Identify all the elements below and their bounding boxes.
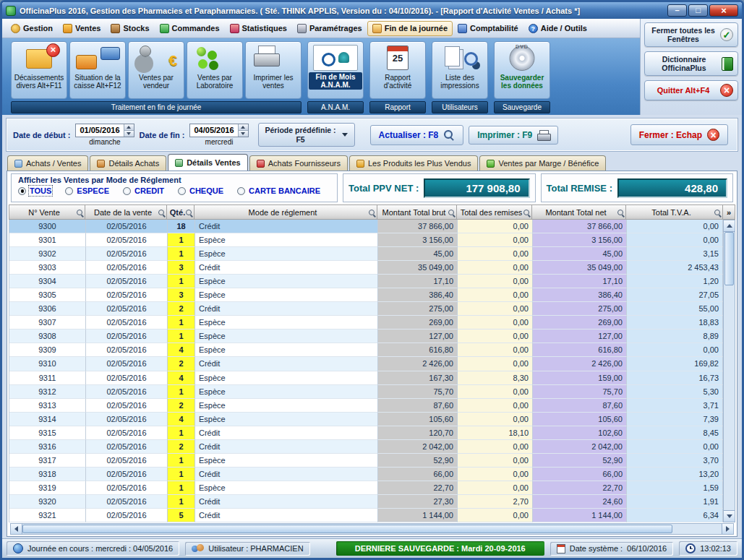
vertical-scrollbar[interactable] <box>723 220 735 522</box>
table-row[interactable]: 930102/05/20161Espèce3 156,000,003 156,0… <box>9 233 723 247</box>
quitter-button[interactable]: Quitter Alt+F4 <box>644 80 738 100</box>
fermer-toutes-les-fenetres-button[interactable]: Fermer toutes les Fenêtres <box>644 22 738 47</box>
date-end-input[interactable]: 04/05/2016 <box>189 124 248 137</box>
radio-option-tous[interactable]: TOUS <box>18 186 51 195</box>
table-row[interactable]: 931802/05/20161Crédit66,000,0066,0013,20 <box>9 468 723 481</box>
minimize-button[interactable] <box>667 4 687 17</box>
table-row[interactable]: 930202/05/20161Espèce45,000,0045,003,15 <box>9 247 723 261</box>
column-search-icon[interactable] <box>714 210 720 215</box>
table-row[interactable]: 932102/05/20165Crédit1 144,000,001 144,0… <box>9 509 723 522</box>
spinner-up-icon[interactable] <box>239 124 248 131</box>
menu-item-fin-de-la-journee[interactable]: Fin de la journée <box>367 21 453 36</box>
table-row[interactable]: 931402/05/20164Espèce105,600,00105,607,3… <box>9 413 723 426</box>
table-row[interactable]: 931002/05/20162Crédit2 426,000,002 426,0… <box>9 357 723 371</box>
toolbar-button-liste-des-impressions[interactable]: Liste des impressions <box>432 41 488 99</box>
column-search-icon[interactable] <box>158 210 164 215</box>
menu-item-stocks[interactable]: Stocks <box>106 21 154 36</box>
maximize-button[interactable] <box>688 4 708 17</box>
column-header-3[interactable]: Mode de réglement <box>194 204 377 220</box>
column-search-icon[interactable] <box>448 210 454 215</box>
tab-achats-ventes[interactable]: Achats / Ventes <box>7 155 88 171</box>
menu-item-aide-outils[interactable]: Aide / Outils <box>523 21 592 36</box>
table-row[interactable]: 932002/05/20161Crédit27,302,7024,601,91 <box>9 495 723 509</box>
table-row[interactable]: 931302/05/20162Espèce87,600,0087,603,71 <box>9 399 723 413</box>
menu-item-statistiques[interactable]: Statistiques <box>225 21 292 36</box>
menu-item-parametrages[interactable]: Paramétrages <box>292 21 367 36</box>
tab-details-ventes[interactable]: Détails Ventes <box>168 154 248 171</box>
column-search-icon[interactable] <box>523 210 529 215</box>
table-row[interactable]: 930302/05/20163Crédit35 049,000,0035 049… <box>9 261 723 275</box>
close-report-button[interactable]: Fermer : Echap <box>630 124 728 145</box>
predefined-period-select[interactable]: Période prédéfinie : F5 <box>258 123 355 147</box>
table-row[interactable]: 931202/05/20161Espèce75,700,0075,705,30 <box>9 385 723 399</box>
date-start-input[interactable]: 01/05/2016 <box>75 124 134 137</box>
cell: Crédit <box>195 468 378 481</box>
close-button[interactable] <box>709 4 738 17</box>
vertical-scroll-thumb[interactable] <box>724 232 734 285</box>
table-row[interactable]: 931602/05/20162Crédit2 042,000,002 042,0… <box>9 440 723 454</box>
tab-achats-fournisseurs[interactable]: Achats Fournisseurs <box>249 155 348 171</box>
toolbar-button-imprimer-les-ventes[interactable]: Imprimer les ventes <box>245 41 302 99</box>
cell: 02/05/2016 <box>86 399 168 413</box>
radio-option-cheque[interactable]: CHEQUE <box>178 186 223 195</box>
table-row[interactable]: 930002/05/201618Crédit37 866,000,0037 86… <box>9 220 723 233</box>
column-search-icon[interactable] <box>617 210 623 215</box>
horizontal-scrollbar[interactable] <box>10 523 734 535</box>
refresh-button[interactable]: Actualiser : F8 <box>370 125 464 145</box>
toolbar-button-decaissements-divers[interactable]: Décaissements divers Alt+F11 <box>11 41 67 99</box>
table-row[interactable]: 930702/05/20161Espèce269,000,00269,0018,… <box>9 316 723 329</box>
table-row[interactable]: 930502/05/20163Espèce386,400,00386,4027,… <box>9 288 723 302</box>
scroll-up-button[interactable] <box>724 220 735 232</box>
globe-icon <box>13 543 23 553</box>
column-header-1[interactable]: Date de la vente <box>85 204 167 220</box>
radio-icon <box>237 187 245 195</box>
spinner-up-icon[interactable] <box>124 124 134 131</box>
horizontal-scroll-thumb[interactable] <box>22 525 672 533</box>
table-row[interactable]: 931102/05/20164Espèce167,308,30159,0016,… <box>9 371 723 385</box>
tab-produits-plus-vendus[interactable]: Les Produits les Plus Vendus <box>349 155 478 171</box>
vertical-scroll-track[interactable] <box>724 232 735 510</box>
toolbar-button-sauvegarder-les-donnees[interactable]: Sauvegarder les données <box>494 41 550 99</box>
tab-ventes-marge-benefice[interactable]: Ventes par Marge / Bénéfice <box>479 155 606 171</box>
menu-item-comptabilite[interactable]: Comptabilité <box>453 21 523 36</box>
column-header-6[interactable]: Montant Total net <box>532 204 626 220</box>
table-row[interactable]: 931902/05/20161Espèce22,700,0022,701,59 <box>9 481 723 495</box>
radio-option-carte-bancaire[interactable]: CARTE BANCAIRE <box>237 186 320 195</box>
radio-option-credit[interactable]: CREDIT <box>123 186 164 195</box>
spinner-down-icon[interactable] <box>124 131 134 137</box>
scroll-left-button[interactable] <box>11 524 22 534</box>
table-row[interactable]: 930402/05/20161Espèce17,100,0017,101,20 <box>9 275 723 288</box>
column-header-2[interactable]: Qté. <box>167 204 194 220</box>
toolbar-button-rapport-activite[interactable]: Rapport d'activité <box>369 41 426 99</box>
scroll-down-button[interactable] <box>724 510 735 522</box>
tab-details-achats[interactable]: Détails Achats <box>90 155 166 171</box>
toolbar-button-situation-caisse[interactable]: Situation de la caisse Alt+F12 <box>69 41 126 99</box>
table-row[interactable]: 930602/05/20162Crédit275,000,00275,0055,… <box>9 302 723 316</box>
table-row[interactable]: 931702/05/20161Espèce52,900,0052,903,70 <box>9 454 723 468</box>
menu-item-commandes[interactable]: Commandes <box>155 21 225 36</box>
column-search-icon[interactable] <box>77 210 82 215</box>
toolbar-button-fin-de-mois-anam[interactable]: Fin de Mois A.N.A.M. <box>307 41 364 99</box>
cell: 5 <box>168 509 195 522</box>
horizontal-scroll-track[interactable] <box>22 524 722 534</box>
toolbar-button-ventes-par-vendeur[interactable]: Ventes par vendeur <box>128 41 184 99</box>
column-search-icon[interactable] <box>186 210 192 215</box>
app-icon <box>6 6 16 16</box>
menu-item-ventes[interactable]: Ventes <box>58 21 106 36</box>
column-header-4[interactable]: Montant Total brut <box>377 204 457 220</box>
table-row[interactable]: 931502/05/20161Crédit120,7018,10102,608,… <box>9 426 723 440</box>
spinner-down-icon[interactable] <box>239 131 248 137</box>
column-search-icon[interactable] <box>369 210 375 215</box>
columns-overflow-indicator[interactable]: » <box>723 204 735 220</box>
table-row[interactable]: 930902/05/20164Espèce616,800,00616,800,0… <box>9 343 723 357</box>
column-header-7[interactable]: Total T.V.A. <box>626 204 723 220</box>
scroll-right-button[interactable] <box>722 524 733 534</box>
menu-item-gestion[interactable]: Gestion <box>6 21 58 36</box>
table-row[interactable]: 930802/05/20161Espèce127,000,00127,008,8… <box>9 329 723 343</box>
dictionnaire-officinaplus-button[interactable]: Dictionnaire OfficinaPlus <box>644 51 738 76</box>
print-button[interactable]: Imprimer : F9 <box>469 126 558 145</box>
toolbar-button-ventes-par-laboratoire[interactable]: Ventes par Laboratoire <box>187 41 243 99</box>
column-header-5[interactable]: Total des remises <box>457 204 532 220</box>
radio-option-espece[interactable]: ESPECE <box>65 186 109 195</box>
column-header-0[interactable]: N° Vente <box>9 204 85 220</box>
